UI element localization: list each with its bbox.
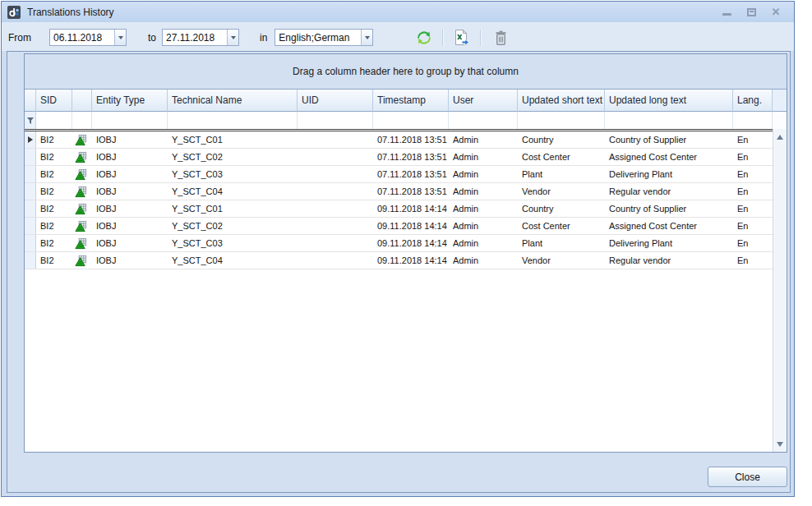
group-by-hint: Drag a column header here to group by th…: [293, 66, 519, 77]
cell-entity-icon: [72, 166, 92, 182]
cell-entity-type: IOBJ: [92, 252, 168, 269]
toolbar-separator: [480, 30, 481, 46]
cell-sid: BI2: [36, 183, 72, 200]
to-date-dropdown-button[interactable]: [227, 30, 238, 45]
column-header-sid[interactable]: SID: [36, 90, 72, 112]
cell-timestamp: 09.11.2018 14:14: [373, 218, 449, 234]
cell-updated-short-text: Vendor: [518, 252, 605, 269]
table-row[interactable]: BI2 IOBJ Y_SCT_C02 07.11.2018 13:51 Admi…: [25, 149, 773, 166]
column-header-technical-name[interactable]: Technical Name: [168, 90, 298, 112]
column-header-entity-type[interactable]: Entity Type: [92, 90, 168, 112]
group-by-panel[interactable]: Drag a column header here to group by th…: [25, 54, 787, 90]
cell-user: Admin: [449, 166, 518, 182]
refresh-button[interactable]: [414, 28, 434, 48]
cell-entity-icon: [72, 218, 92, 234]
cell-entity-icon: [72, 235, 92, 251]
cell-lang: En: [733, 131, 773, 148]
table-row[interactable]: BI2 IOBJ Y_SCT_C03 09.11.2018 14:14 Admi…: [25, 235, 773, 252]
from-date-input[interactable]: [50, 30, 114, 45]
current-row-arrow-icon: [28, 136, 33, 143]
cell-uid: [298, 235, 373, 251]
filter-cell-entity-type[interactable]: [92, 112, 168, 129]
cell-user: Admin: [449, 131, 518, 148]
table-row[interactable]: BI2 IOBJ Y_SCT_C04 07.11.2018 13:51 Admi…: [25, 183, 773, 200]
row-indicator-cell: [25, 235, 36, 251]
cell-sid: BI2: [36, 252, 72, 269]
scroll-down-button[interactable]: [775, 439, 786, 449]
cell-updated-short-text: Plant: [518, 235, 605, 251]
cell-updated-long-text: Assigned Cost Center: [605, 218, 733, 234]
to-date-input[interactable]: [163, 30, 227, 45]
cell-timestamp: 07.11.2018 13:51: [373, 131, 449, 148]
column-header-updated-short-text[interactable]: Updated short text: [518, 90, 605, 112]
chevron-down-icon: [118, 36, 123, 39]
cell-entity-type: IOBJ: [92, 183, 168, 200]
cell-sid: BI2: [36, 200, 72, 217]
table-row[interactable]: BI2 IOBJ Y_SCT_C03 07.11.2018 13:51 Admi…: [25, 166, 773, 183]
cell-timestamp: 09.11.2018 14:14: [373, 200, 449, 217]
cell-lang: En: [733, 235, 773, 251]
filter-cell-user[interactable]: [449, 112, 518, 129]
maximize-button[interactable]: [745, 7, 757, 18]
table-row[interactable]: BI2 IOBJ Y_SCT_C02 09.11.2018 14:14 Admi…: [25, 218, 773, 235]
cell-user: Admin: [449, 149, 518, 165]
cell-lang: En: [733, 166, 773, 182]
arrow-down-icon: [777, 442, 783, 447]
cell-timestamp: 07.11.2018 13:51: [373, 149, 449, 165]
infoobject-icon: [75, 186, 87, 198]
table-row[interactable]: BI2 IOBJ Y_SCT_C01 09.11.2018 14:14 Admi…: [25, 200, 773, 218]
column-header-icon[interactable]: [72, 90, 92, 112]
row-indicator-cell: [25, 218, 36, 234]
arrow-up-icon: [777, 135, 783, 140]
infoobject-icon: [75, 151, 87, 163]
table-row[interactable]: BI2 IOBJ Y_SCT_C04 09.11.2018 14:14 Admi…: [25, 252, 773, 269]
filter-cell-updated-long-text[interactable]: [605, 112, 733, 129]
cell-uid: [298, 149, 373, 165]
close-window-button[interactable]: ✕: [770, 7, 782, 18]
cell-sid: BI2: [36, 218, 72, 234]
export-excel-icon: [453, 29, 470, 46]
cell-sid: BI2: [36, 149, 72, 165]
minimize-button[interactable]: [721, 7, 732, 18]
filter-indicator-cell[interactable]: [25, 112, 36, 129]
column-header-uid[interactable]: UID: [298, 90, 373, 112]
column-header-updated-long-text[interactable]: Updated long text: [605, 90, 733, 112]
scroll-up-button[interactable]: [775, 131, 786, 142]
cell-technical-name: Y_SCT_C02: [168, 149, 298, 165]
cell-technical-name: Y_SCT_C01: [168, 131, 298, 148]
maximize-icon: [747, 8, 756, 16]
translations-grid: Drag a column header here to group by th…: [24, 53, 787, 453]
infoobject-icon: [75, 255, 87, 267]
delete-button[interactable]: [491, 28, 510, 48]
trash-icon: [493, 30, 509, 46]
cell-updated-long-text: Regular vendor: [605, 252, 733, 269]
filter-cell-timestamp[interactable]: [373, 112, 449, 129]
filter-funnel-icon: [26, 117, 35, 125]
vertical-scrollbar[interactable]: [773, 129, 787, 452]
close-button[interactable]: Close: [708, 467, 787, 487]
column-header-lang[interactable]: Lang.: [733, 90, 773, 112]
column-header-timestamp[interactable]: Timestamp: [373, 90, 449, 112]
cell-technical-name: Y_SCT_C01: [168, 200, 298, 217]
filter-cell-icon[interactable]: [72, 112, 92, 129]
language-dropdown-button[interactable]: [361, 30, 372, 45]
titlebar[interactable]: Translations History ✕: [2, 2, 794, 22]
cell-uid: [298, 218, 373, 234]
filter-cell-lang[interactable]: [733, 112, 773, 129]
cell-technical-name: Y_SCT_C03: [168, 235, 298, 251]
in-label: in: [260, 32, 267, 44]
cell-uid: [298, 183, 373, 200]
filter-cell-uid[interactable]: [298, 112, 373, 129]
filter-cell-sid[interactable]: [36, 112, 72, 129]
cell-entity-icon: [72, 200, 92, 217]
table-row[interactable]: BI2 IOBJ Y_SCT_C01 07.11.2018 13:51 Admi…: [25, 131, 773, 149]
column-header-user[interactable]: User: [449, 90, 518, 112]
cell-entity-icon: [72, 131, 92, 148]
grid-rows: BI2 IOBJ Y_SCT_C01 07.11.2018 13:51 Admi…: [25, 129, 773, 452]
filter-cell-technical-name[interactable]: [168, 112, 298, 129]
grid-data-area: BI2 IOBJ Y_SCT_C01 07.11.2018 13:51 Admi…: [25, 129, 787, 452]
export-excel-button[interactable]: [451, 28, 471, 48]
from-date-dropdown-button[interactable]: [114, 30, 126, 45]
language-input[interactable]: [275, 30, 361, 45]
filter-cell-updated-short-text[interactable]: [518, 112, 605, 129]
